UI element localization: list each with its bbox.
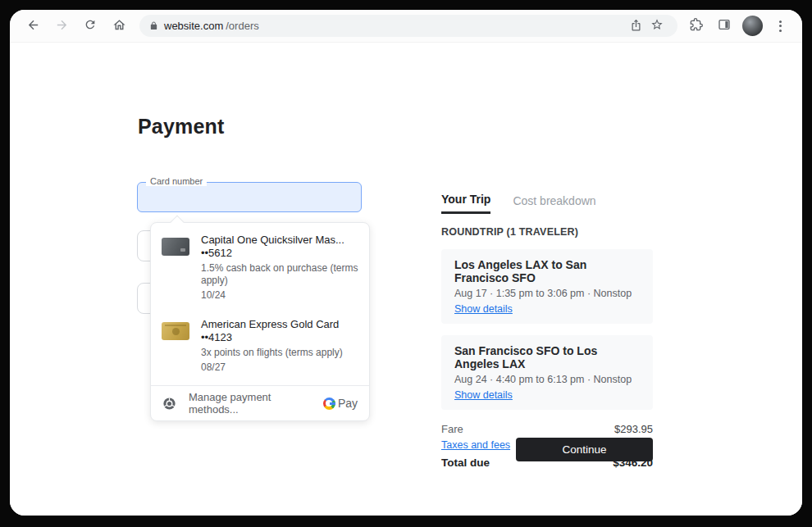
profile-button[interactable] (741, 16, 763, 37)
leg-schedule: Aug 24 · 4:40 pm to 6:13 pm · Nonstop (454, 374, 640, 385)
tab-your-trip[interactable]: Your Trip (441, 193, 490, 214)
tab-cost-breakdown[interactable]: Cost breakdown (513, 193, 595, 214)
saved-card-option[interactable]: Capital One Quicksilver Mas... ••5612 1.… (151, 223, 369, 310)
card-option-text: American Express Gold Card ••4123 3x poi… (201, 318, 358, 374)
trip-summary-panel: Your Trip Cost breakdown ROUNDTRIP (1 TR… (441, 193, 653, 469)
back-arrow-icon (26, 18, 40, 34)
card-name: Capital One Quicksilver Mas... ••5612 (201, 234, 358, 260)
fare-value: $293.95 (614, 423, 653, 435)
manage-payment-methods[interactable]: Manage payment methods... Pay (151, 386, 369, 420)
side-panel-icon (718, 18, 731, 34)
continue-button[interactable]: Continue (516, 438, 653, 461)
share-button[interactable] (625, 16, 646, 37)
fare-row: Fare $293.95 (441, 423, 653, 435)
leg-title: Los Angeles LAX to San Francisco SFO (454, 258, 640, 284)
extensions-button[interactable] (686, 16, 707, 37)
gpay-label: Pay (338, 397, 358, 410)
chrome-icon (162, 397, 176, 411)
back-button[interactable] (21, 15, 44, 38)
card-expiry: 10/24 (201, 289, 358, 302)
extensions-puzzle-icon (690, 18, 703, 34)
google-pay-logo: Pay (323, 397, 358, 410)
bookmark-button[interactable] (646, 16, 668, 37)
card-benefit: 3x points on flights (terms apply) (201, 347, 358, 359)
url-path: /orders (226, 20, 258, 32)
avatar (742, 16, 763, 36)
summary-tabs: Your Trip Cost breakdown (441, 193, 653, 214)
browser-toolbar: website.com /orders (10, 10, 802, 43)
card-benefit: 1.5% cash back on purchase (terms apply) (201, 262, 358, 287)
star-icon (650, 18, 664, 34)
refresh-button[interactable] (79, 15, 102, 38)
menu-dots-icon (779, 20, 782, 32)
screenshot-canvas: website.com /orders (0, 0, 812, 527)
address-bar[interactable]: website.com /orders (139, 15, 677, 37)
forward-button[interactable] (50, 15, 73, 38)
home-icon (112, 18, 126, 34)
saved-card-option[interactable]: American Express Gold Card ••4123 3x poi… (151, 310, 369, 385)
fare-label: Fare (441, 423, 463, 435)
show-details-link[interactable]: Show details (454, 389, 513, 401)
leg-title: San Francisco SFO to Los Angeles LAX (454, 344, 640, 370)
leg-schedule: Aug 17 · 1:35 pm to 3:06 pm · Nonstop (454, 288, 640, 299)
refresh-icon (84, 18, 97, 34)
gpay-g-icon (323, 398, 335, 410)
card-option-text: Capital One Quicksilver Mas... ••5612 1.… (201, 234, 358, 302)
browser-menu-button[interactable] (769, 16, 791, 37)
toolbar-right-group (686, 16, 791, 37)
page-content: Payment Card number Capital One Quicksil… (10, 43, 802, 516)
total-due-label: Total due (441, 457, 490, 469)
card-thumbnail-silver (162, 238, 189, 256)
trip-leg-card: San Francisco SFO to Los Angeles LAX Aug… (441, 335, 653, 410)
card-expiry: 08/27 (201, 361, 358, 374)
browser-window: website.com /orders (10, 10, 802, 516)
card-name: American Express Gold Card ••4123 (201, 318, 358, 344)
trip-leg-card: Los Angeles LAX to San Francisco SFO Aug… (441, 249, 653, 324)
show-details-link[interactable]: Show details (454, 303, 513, 315)
manage-label: Manage payment methods... (189, 391, 323, 416)
taxes-and-fees-link[interactable]: Taxes and fees (441, 439, 510, 451)
share-icon (630, 19, 642, 34)
card-number-field[interactable]: Card number (137, 182, 362, 212)
roundtrip-header: ROUNDTRIP (1 TRAVELER) (441, 226, 653, 238)
forward-arrow-icon (55, 18, 69, 34)
payment-methods-dropdown: Capital One Quicksilver Mas... ••5612 1.… (150, 222, 370, 421)
card-number-input[interactable] (144, 184, 354, 210)
page-title: Payment (138, 115, 225, 139)
side-panel-button[interactable] (714, 16, 735, 37)
lock-icon (149, 21, 158, 30)
url-domain: website.com (164, 20, 223, 32)
home-button[interactable] (107, 15, 130, 38)
card-thumbnail-gold (162, 322, 189, 340)
